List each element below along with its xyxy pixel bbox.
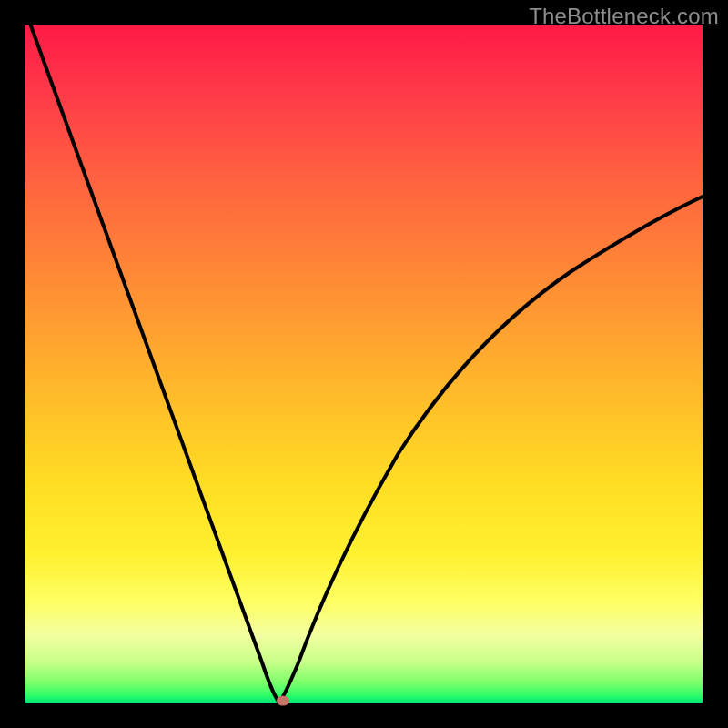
watermark-text: TheBottleneck.com (529, 4, 719, 29)
curve-left-branch (25, 25, 279, 703)
bottleneck-curve (25, 25, 703, 703)
chart-frame: TheBottleneck.com (0, 0, 728, 728)
chart-plot-area (25, 25, 703, 703)
bottleneck-marker (277, 696, 289, 706)
curve-right-branch (279, 197, 703, 703)
